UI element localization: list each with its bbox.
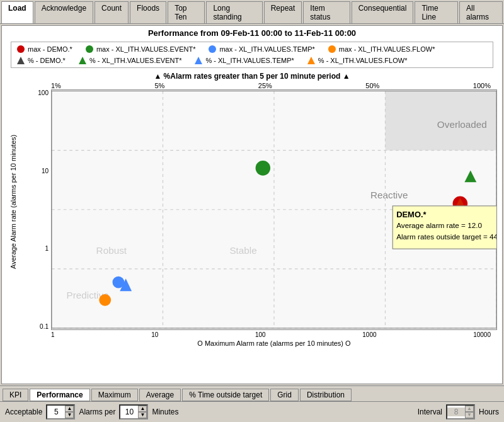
chart-area: Average Alarm rate (alarms per 10 minute…: [7, 82, 497, 321]
top-tick-3: 50%: [365, 82, 379, 89]
legend-label-5: % - XL_ITH.VALUES.EVENT*: [89, 57, 182, 64]
acceptable-label: Acceptable: [5, 408, 42, 416]
alarms-per-label: Alarms per: [79, 408, 115, 416]
svg-text:Robust: Robust: [96, 245, 127, 256]
x-tick-1000: 1000: [362, 331, 376, 338]
tab-average[interactable]: Average: [139, 389, 181, 401]
svg-marker-1: [79, 57, 86, 64]
triangle-warning-right: ▲: [343, 72, 350, 81]
chart-svg: Overloaded Reactive Robust Stable Predic…: [52, 90, 496, 329]
svg-point-22: [99, 294, 111, 306]
tab-load[interactable]: Load: [1, 1, 33, 23]
svg-point-20: [256, 161, 271, 176]
legend-symbol-1: [85, 45, 94, 54]
tab-count[interactable]: Count: [94, 1, 129, 23]
tab-repeat[interactable]: Repeat: [264, 1, 302, 23]
legend-item-6: % - XL_ITH.VALUES.TEMP*: [194, 56, 294, 65]
tab-floods[interactable]: Floods: [130, 1, 166, 23]
svg-text:DEMO.*: DEMO.*: [396, 210, 427, 219]
x-axis-label: O Maximum Alarm rate (alarms per 10 minu…: [51, 339, 497, 347]
svg-text:Average alarm rate = 12.0: Average alarm rate = 12.0: [396, 221, 482, 229]
svg-text:Overloaded: Overloaded: [437, 119, 487, 130]
legend-label-7: % - XL_ITH.VALUES.FLOW*: [318, 57, 408, 64]
svg-text:Stable: Stable: [229, 245, 256, 256]
legend-symbol-6: [194, 56, 203, 65]
tab-time-outside[interactable]: % Time outside target: [182, 389, 269, 401]
alarms-per-spin-buttons: ▲ ▼: [138, 406, 147, 418]
legend-label-6: % - XL_ITH.VALUES.TEMP*: [205, 57, 294, 64]
legend-item-3: max - XL_ITH.VALUES.FLOW*: [328, 45, 435, 54]
triangle-warning-left: ▲: [154, 72, 161, 81]
interval-label: Interval: [418, 408, 442, 416]
acceptable-spin-down[interactable]: ▼: [65, 412, 74, 418]
plot-svg: Overloaded Reactive Robust Stable Predic…: [51, 89, 497, 330]
legend-label-4: % - DEMO.*: [28, 57, 66, 64]
legend-symbol-4: [16, 56, 25, 65]
top-tick-1: 5%: [154, 82, 164, 89]
legend-item-2: max - XL_ITH.VALUES.TEMP*: [208, 45, 314, 54]
tab-maximum[interactable]: Maximum: [91, 389, 138, 401]
interval-group: Interval ▲ ▼ Hours: [418, 404, 499, 419]
acceptable-spin-up[interactable]: ▲: [65, 406, 74, 412]
legend-item-1: max - XL_ITH.VALUES.EVENT*: [85, 45, 196, 54]
legend-item-7: % - XL_ITH.VALUES.FLOW*: [307, 56, 408, 65]
alarm-warning: ▲ %Alarm rates greater than 5 per 10 min…: [4, 72, 500, 81]
interval-input[interactable]: [447, 408, 465, 416]
top-axis-ticks: 1% 5% 25% 50% 100%: [51, 82, 491, 89]
tab-distribution[interactable]: Distribution: [300, 389, 352, 401]
left-axis: 100 10 1 0.1: [20, 89, 51, 330]
hours-label: Hours: [479, 408, 499, 416]
legend-symbol-7: [307, 56, 316, 65]
svg-text:Alarm rates outside target = 4: Alarm rates outside target = 44.4%: [396, 232, 496, 241]
tab-topten[interactable]: Top Ten: [168, 1, 205, 23]
svg-text:Reactive: Reactive: [370, 190, 408, 200]
y-axis-label: Average Alarm rate (alarms per 10 minute…: [7, 82, 20, 321]
acceptable-input[interactable]: [47, 408, 65, 416]
tab-longstanding[interactable]: Long standing: [206, 1, 262, 23]
tab-itemstatus[interactable]: Item status: [303, 1, 350, 23]
legend-item-4: % - DEMO.*: [16, 56, 66, 65]
tab-consequential[interactable]: Consequential: [352, 1, 414, 23]
interval-spinbox[interactable]: ▲ ▼: [446, 404, 475, 419]
top-tab-bar: Load Acknowledge Count Floods Top Ten Lo…: [0, 0, 504, 24]
legend-symbol-0: [16, 45, 25, 54]
alarms-per-spinbox[interactable]: ▲ ▼: [119, 404, 148, 419]
alarms-per-spin-down[interactable]: ▼: [138, 412, 147, 418]
tab-grid[interactable]: Grid: [270, 389, 299, 401]
alarms-per-spin-up[interactable]: ▲: [138, 406, 147, 412]
interval-spin-down[interactable]: ▼: [465, 412, 474, 418]
interval-spin-buttons: ▲ ▼: [465, 406, 474, 418]
tab-performance[interactable]: Performance: [30, 389, 89, 401]
tab-timeline[interactable]: Time Line: [415, 1, 458, 23]
tab-allalarms[interactable]: All alarms: [459, 1, 503, 23]
acceptable-spinbox[interactable]: ▲ ▼: [46, 404, 75, 419]
chart-title: Performance from 09-Feb-11 00:00 to 11-F…: [4, 28, 500, 38]
tab-kpi[interactable]: KPI: [3, 389, 28, 401]
chart-inner: 1% 5% 25% 50% 100% 100 10 1 0.1: [20, 82, 497, 321]
minutes-label: Minutes: [152, 408, 178, 416]
interval-spin-up[interactable]: ▲: [465, 406, 474, 412]
svg-marker-24: [464, 170, 476, 182]
bottom-tab-bar: KPI Performance Maximum Average % Time o…: [0, 385, 504, 401]
acceptable-spin-buttons: ▲ ▼: [65, 406, 74, 418]
x-axis-ticks: 1 10 100 1000 10000: [51, 330, 491, 338]
alarm-warning-text: %Alarm rates greater than 5 per 10 minut…: [164, 72, 341, 81]
top-tick-4: 100%: [473, 82, 491, 89]
legend-item-5: % - XL_ITH.VALUES.EVENT*: [78, 56, 182, 65]
tab-acknowledge[interactable]: Acknowledge: [35, 1, 93, 23]
bottom-controls: Acceptable ▲ ▼ Alarms per ▲ ▼ Minutes In…: [0, 401, 504, 421]
legend-label-0: max - DEMO.*: [28, 45, 72, 53]
x-tick-100: 100: [255, 331, 266, 338]
x-tick-1: 1: [51, 331, 55, 338]
legend-label-3: max - XL_ITH.VALUES.FLOW*: [339, 45, 435, 53]
y-tick-01: 0.1: [40, 323, 49, 330]
svg-marker-3: [307, 57, 315, 64]
plot-area-wrapper: 100 10 1 0.1: [20, 89, 497, 330]
svg-marker-2: [195, 57, 202, 64]
svg-marker-0: [17, 57, 25, 64]
legend-label-2: max - XL_ITH.VALUES.TEMP*: [219, 45, 314, 53]
legend-symbol-2: [208, 45, 217, 54]
top-percent-axis: 1% 5% 25% 50% 100%: [51, 82, 491, 89]
alarms-per-input[interactable]: [120, 408, 138, 416]
x-tick-10000: 10000: [473, 331, 491, 338]
